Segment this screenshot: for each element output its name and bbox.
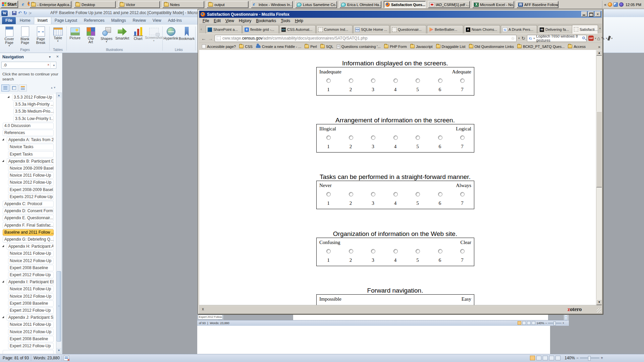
shapes-button[interactable]: Shapes▾	[99, 25, 114, 48]
tools-chevron-icon[interactable]: ▾	[611, 37, 612, 40]
search-options-chevron-icon[interactable]: ▾	[53, 64, 55, 67]
taskbar-button[interactable]: Notes	[162, 1, 204, 8]
collapse-triangle-icon[interactable]	[2, 245, 4, 247]
bookmark-item[interactable]: Accessible page?	[202, 45, 236, 49]
radio-button[interactable]	[460, 249, 465, 253]
navigation-scrollbar[interactable]: ▲ ▼	[56, 93, 62, 353]
page-break-button[interactable]: PageBreak	[33, 25, 49, 48]
collapse-triangle-icon[interactable]	[2, 160, 4, 162]
firefox-tab[interactable]: BetterBatter...	[427, 25, 463, 34]
collapse-triangle-icon[interactable]	[2, 138, 4, 140]
close-button[interactable]: ×	[595, 11, 601, 17]
radio-button[interactable]	[460, 78, 465, 83]
nav-item[interactable]: Novice 2011 Follow-Up	[8, 286, 54, 292]
radio-button[interactable]	[326, 135, 331, 140]
ribbon-tab-insert[interactable]: Insert	[34, 17, 51, 24]
reload-icon[interactable]: ↻	[522, 36, 526, 41]
taskbar-button[interactable]: - Enterprise Applica...	[30, 1, 71, 8]
chevron-down-icon[interactable]: ▾	[49, 55, 51, 59]
nav-item[interactable]: Appendix E. Questionnair...	[3, 215, 54, 221]
bookmark-item[interactable]: SQL	[320, 45, 333, 49]
search-engine-icon[interactable]: G	[529, 36, 532, 40]
radio-button[interactable]	[393, 249, 398, 253]
nav-item[interactable]: 3.5.3a High-Priority ...	[13, 101, 54, 108]
radio-button[interactable]	[438, 192, 442, 196]
nav-item[interactable]: References	[3, 130, 54, 136]
radio-button[interactable]	[371, 192, 375, 196]
nav-item[interactable]: Appendix A: Tasks from 20...	[7, 137, 54, 143]
scroll-down-icon[interactable]: ▼	[596, 299, 602, 305]
adblock-chevron-icon[interactable]: ▾	[595, 37, 596, 40]
browse-results-tab[interactable]	[19, 84, 27, 92]
radio-button[interactable]	[416, 249, 420, 253]
start-button[interactable]: Start	[1, 1, 18, 8]
pen-chevron-icon[interactable]: ▾	[606, 37, 607, 40]
firefox-tab[interactable]: SharePoint a...	[206, 25, 242, 34]
web-layout-view-icon[interactable]	[543, 356, 548, 360]
taskbar-button[interactable]: IAD_CSRM[1].pdf -...	[428, 1, 470, 8]
nav-item[interactable]: Expert 2008 Baseline	[8, 336, 54, 342]
spellcheck-icon[interactable]	[64, 355, 69, 361]
fullscreen-view-icon[interactable]	[536, 356, 541, 360]
bookmark-item[interactable]: Perl	[305, 45, 317, 49]
nav-item[interactable]: Novice 2012 Follow-Up	[8, 293, 54, 300]
ribbon-tab-page-layout[interactable]: Page Layout	[51, 17, 80, 24]
radio-button[interactable]	[438, 135, 442, 140]
ribbon-tab-view[interactable]: View	[149, 17, 165, 24]
nav-item[interactable]: Appendix G: Debriefing Q...	[3, 236, 54, 243]
taskbar-button[interactable]: Victor	[118, 1, 160, 8]
outline-view-icon[interactable]	[532, 321, 535, 325]
menu-tools[interactable]: Tools	[279, 18, 292, 23]
save-icon[interactable]	[12, 11, 16, 15]
bookmark-item[interactable]: Old Questionnaire Links	[469, 45, 514, 49]
clear-search-icon[interactable]: ×	[47, 63, 49, 67]
nav-item[interactable]: Expert 2008 Baseline	[8, 300, 54, 307]
zoom-level[interactable]: 140%	[565, 356, 575, 360]
firefox-tab[interactable]: Satisfacti...×	[572, 25, 598, 34]
scroll-up-icon[interactable]: ▲	[596, 50, 602, 56]
bookmark-item[interactable]: Draggable List	[436, 45, 466, 49]
bookmark-item[interactable]: Javascript	[410, 45, 433, 49]
undo-icon[interactable]: ↶	[18, 11, 22, 15]
zoom-in-icon[interactable]: +	[601, 356, 603, 360]
radio-button[interactable]	[326, 78, 331, 83]
nav-item[interactable]: Expert 2012 Follow-Up	[8, 307, 54, 314]
radio-button[interactable]	[349, 249, 353, 253]
hyperlink-button[interactable]: Hyperlink	[163, 25, 179, 48]
taskbar-button[interactable]: Inbox - Windows In...	[251, 1, 293, 8]
mini-zoom-slider[interactable]	[548, 323, 561, 323]
nav-item[interactable]: Appendix H: Participant A...	[7, 243, 54, 250]
ribbon-tab-file[interactable]: File	[2, 17, 16, 24]
scrollbar-thumb[interactable]	[57, 271, 61, 342]
list-tabs-icon[interactable]: ▾	[599, 27, 601, 30]
radio-button[interactable]	[371, 249, 375, 253]
menu-history[interactable]: History	[237, 18, 253, 23]
bookmark-item[interactable]: CSS	[239, 45, 253, 49]
nav-item[interactable]: Novice 2011 Follow-Up	[8, 321, 54, 328]
menu-edit[interactable]: Edit	[212, 18, 223, 23]
radio-button[interactable]	[371, 135, 375, 140]
nav-item[interactable]: Novice 2012 Follow-Up	[8, 179, 54, 186]
zoom-slider[interactable]	[580, 358, 599, 358]
page-scrollbar[interactable]: ▲ ▼	[596, 50, 602, 305]
ribbon-tab-home[interactable]: Home	[16, 17, 34, 24]
navigation-search-input[interactable]: .0 × ▾	[1, 62, 56, 69]
radio-button[interactable]	[416, 78, 420, 83]
forward-button[interactable]: →	[208, 36, 213, 41]
nav-item[interactable]: Novice 2012 Follow-Up	[8, 329, 54, 335]
menu-help[interactable]: Help	[293, 18, 305, 23]
nav-item[interactable]: Novice 2012 Follow-Up	[8, 258, 54, 264]
close-icon[interactable]: ×	[56, 54, 59, 59]
nav-item[interactable]: Appendix D: Consent Form	[3, 208, 54, 214]
firefox-titlebar[interactable]: Satisfaction Questionnaire - Mozilla Fir…	[199, 11, 602, 18]
menu-bookmarks[interactable]: Bookmarks	[254, 18, 278, 23]
url-dropdown-icon[interactable]: ▾	[518, 37, 520, 40]
close-addon-bar-icon[interactable]: x	[202, 307, 204, 311]
tray-icon-purple[interactable]	[619, 2, 624, 7]
resize-grip[interactable]	[597, 308, 601, 312]
firefox-tab[interactable]: mDelivering fa...	[538, 25, 574, 34]
bookmark-button[interactable]: Bookmark	[179, 25, 195, 48]
minimize-button[interactable]	[581, 11, 587, 17]
nav-item[interactable]: Appendix C: Protocol	[3, 201, 54, 207]
nav-item[interactable]: Baseline and 2011 Follow ...	[3, 229, 54, 236]
